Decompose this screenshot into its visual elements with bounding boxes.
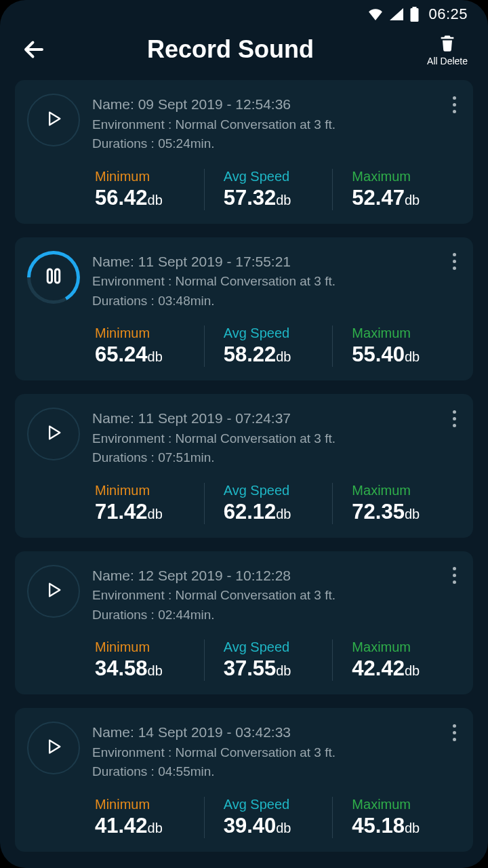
play-icon <box>44 109 63 131</box>
stats-row: Minimum 41.42db Avg Speed 39.40db Maximu… <box>27 797 461 838</box>
stat-avg: Avg Speed 37.55db <box>204 639 333 681</box>
stat-minimum-label: Minimum <box>95 639 201 655</box>
stat-minimum: Minimum 41.42db <box>95 797 204 838</box>
stat-minimum-label: Minimum <box>95 169 201 184</box>
stat-minimum: Minimum 65.24db <box>95 326 204 367</box>
battery-icon <box>410 7 419 22</box>
stat-maximum-label: Maximum <box>352 326 458 341</box>
stat-minimum-label: Minimum <box>95 326 201 341</box>
stat-maximum-label: Maximum <box>352 169 458 184</box>
recording-duration: Durations : 05:24min. <box>92 134 461 154</box>
pause-icon <box>43 266 64 289</box>
recording-meta: Name: 09 Sept 2019 - 12:54:36 Environmen… <box>92 92 461 154</box>
wifi-icon <box>368 8 383 20</box>
recording-meta: Name: 14 Sept 2019 - 03:42:33 Environmen… <box>92 720 461 782</box>
stat-maximum-value: 52.47db <box>352 186 458 210</box>
stat-avg-value: 57.32db <box>224 186 330 210</box>
stat-maximum-value: 55.40db <box>352 342 458 367</box>
stat-minimum-value: 56.42db <box>95 186 201 210</box>
stat-avg-label: Avg Speed <box>224 326 330 341</box>
stat-minimum-value: 71.42db <box>95 500 201 524</box>
recording-name: Name: 11 Sept 2019 - 17:55:21 <box>92 251 461 273</box>
recording-name: Name: 14 Sept 2019 - 03:42:33 <box>92 722 461 743</box>
delete-all-button[interactable]: All Delete <box>427 33 468 66</box>
card-menu-button[interactable] <box>445 564 464 588</box>
stat-avg: Avg Speed 39.40db <box>204 797 333 838</box>
recording-environment: Environment : Normal Conversation at 3 f… <box>92 115 461 135</box>
recording-card: Name: 09 Sept 2019 - 12:54:36 Environmen… <box>15 80 473 224</box>
recording-meta: Name: 11 Sept 2019 - 07:24:37 Environmen… <box>92 406 461 468</box>
card-menu-button[interactable] <box>445 250 464 274</box>
stat-minimum-value: 34.58db <box>95 656 201 681</box>
stat-avg-value: 39.40db <box>224 814 330 838</box>
stat-minimum-label: Minimum <box>95 797 201 812</box>
stat-minimum: Minimum 34.58db <box>95 639 204 681</box>
trash-icon <box>438 33 457 53</box>
stats-row: Minimum 56.42db Avg Speed 57.32db Maximu… <box>27 169 461 210</box>
stat-maximum-label: Maximum <box>352 483 458 498</box>
svg-rect-1 <box>411 8 419 22</box>
stat-maximum: Maximum 52.47db <box>332 169 461 210</box>
recording-environment: Environment : Normal Conversation at 3 f… <box>92 586 461 606</box>
stat-maximum-value: 45.18db <box>352 814 458 838</box>
stat-avg-value: 58.22db <box>224 342 330 367</box>
stat-avg-value: 62.12db <box>224 500 330 524</box>
status-bar: 06:25 <box>0 0 488 24</box>
play-button[interactable] <box>27 94 80 146</box>
recording-environment: Environment : Normal Conversation at 3 f… <box>92 272 461 292</box>
svg-rect-0 <box>413 7 417 8</box>
recording-name: Name: 09 Sept 2019 - 12:54:36 <box>92 94 461 115</box>
stat-minimum-label: Minimum <box>95 483 201 498</box>
card-menu-button[interactable] <box>445 720 464 745</box>
app-header: Record Sound All Delete <box>0 24 488 73</box>
recording-duration: Durations : 03:48min. <box>92 292 461 311</box>
stat-maximum-label: Maximum <box>352 797 458 812</box>
stats-row: Minimum 34.58db Avg Speed 37.55db Maximu… <box>27 639 461 681</box>
recording-meta: Name: 12 Sept 2019 - 10:12:28 Environmen… <box>92 564 461 625</box>
recording-environment: Environment : Normal Conversation at 3 f… <box>92 429 461 449</box>
stat-maximum-label: Maximum <box>352 639 458 655</box>
stat-maximum: Maximum 42.42db <box>332 639 461 681</box>
recording-name: Name: 12 Sept 2019 - 10:12:28 <box>92 565 461 587</box>
status-time: 06:25 <box>428 5 468 23</box>
play-icon <box>44 580 63 602</box>
play-button[interactable] <box>27 565 80 618</box>
recording-meta: Name: 11 Sept 2019 - 17:55:21 Environmen… <box>92 250 461 311</box>
stat-minimum: Minimum 71.42db <box>95 483 204 524</box>
stat-maximum: Maximum 72.35db <box>332 483 461 524</box>
delete-all-label: All Delete <box>427 56 468 66</box>
recording-environment: Environment : Normal Conversation at 3 f… <box>92 743 461 763</box>
svg-rect-2 <box>47 269 52 283</box>
svg-rect-3 <box>56 269 60 283</box>
recording-card: Name: 14 Sept 2019 - 03:42:33 Environmen… <box>15 708 473 852</box>
stat-avg-label: Avg Speed <box>224 483 330 498</box>
card-menu-button[interactable] <box>445 92 464 117</box>
stats-row: Minimum 71.42db Avg Speed 62.12db Maximu… <box>27 483 461 524</box>
pause-button[interactable] <box>27 251 80 304</box>
stats-row: Minimum 65.24db Avg Speed 58.22db Maximu… <box>27 326 461 367</box>
recording-card: Name: 12 Sept 2019 - 10:12:28 Environmen… <box>15 551 473 695</box>
stat-avg-label: Avg Speed <box>224 639 330 655</box>
stat-avg: Avg Speed 58.22db <box>204 326 333 367</box>
stat-maximum: Maximum 45.18db <box>332 797 461 838</box>
screen: 06:25 Record Sound All Delete Name: 09 S… <box>0 0 488 868</box>
stat-minimum-value: 41.42db <box>95 814 201 838</box>
recording-duration: Durations : 02:44min. <box>92 606 461 625</box>
stat-avg: Avg Speed 62.12db <box>204 483 333 524</box>
recording-duration: Durations : 07:51min. <box>92 448 461 468</box>
card-menu-button[interactable] <box>445 406 464 431</box>
recording-name: Name: 11 Sept 2019 - 07:24:37 <box>92 408 461 429</box>
stat-avg-label: Avg Speed <box>224 797 330 812</box>
page-title: Record Sound <box>34 35 427 64</box>
stat-maximum-value: 42.42db <box>352 656 458 681</box>
stat-maximum: Maximum 55.40db <box>332 326 461 367</box>
play-button[interactable] <box>27 408 80 460</box>
play-icon <box>44 737 63 759</box>
stat-minimum-value: 65.24db <box>95 342 201 367</box>
recording-duration: Durations : 04:55min. <box>92 762 461 782</box>
stat-avg: Avg Speed 57.32db <box>204 169 333 210</box>
recording-card: Name: 11 Sept 2019 - 07:24:37 Environmen… <box>15 394 473 538</box>
play-button[interactable] <box>27 722 80 774</box>
stat-avg-label: Avg Speed <box>224 169 330 184</box>
play-icon <box>44 423 63 445</box>
